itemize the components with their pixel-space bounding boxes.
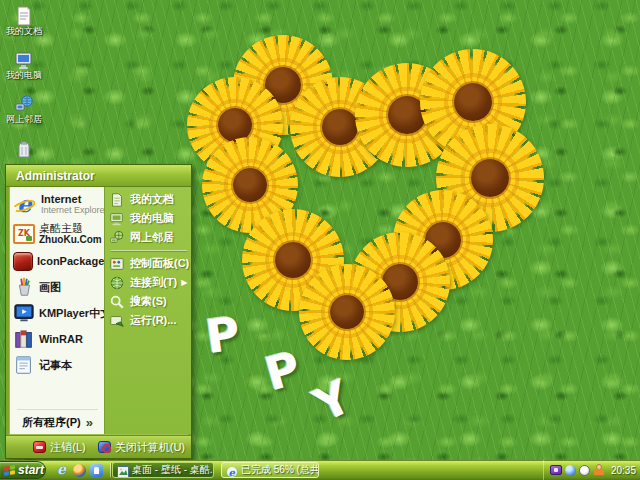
taskbar-task-download[interactable]: e 已完成 56% (总共 2... <box>221 462 319 478</box>
quick-launch-media-player-icon[interactable] <box>73 464 86 477</box>
tray-network-icon[interactable] <box>565 465 576 476</box>
system-tray: 20:35 <box>543 460 640 480</box>
sunflower-center <box>233 168 268 203</box>
logged-in-user: Administrator <box>16 169 95 183</box>
sunflower-center <box>471 159 510 198</box>
start-menu-item-iconpackager[interactable]: IconPackager <box>13 248 102 274</box>
start-menu-places-list: 我的文档 我的电脑 网上邻居 控制面板(C) <box>104 187 191 434</box>
sunflower-center <box>322 109 358 145</box>
desktop-icon-label: 我的电脑 <box>1 71 47 81</box>
run-icon <box>109 313 125 329</box>
start-menu-spacer <box>13 378 102 407</box>
item-label: 我的电脑 <box>130 211 174 226</box>
start-menu-item-run[interactable]: 运行(R)... <box>109 311 189 330</box>
all-programs-button[interactable]: 所有程序(P) » <box>13 412 102 432</box>
start-menu-item-internet[interactable]: e Internet Internet Explorer <box>13 190 102 219</box>
start-menu-item-winrar[interactable]: WinRAR <box>13 326 102 352</box>
start-menu-item-my-computer[interactable]: 我的电脑 <box>109 209 189 228</box>
sunflower-center <box>330 295 365 330</box>
task-ie-icon: e <box>226 464 238 476</box>
notepad-icon <box>13 354 35 376</box>
start-menu-pinned-list: e Internet Internet Explorer ZK 桌酷主题 Zhu… <box>10 187 104 434</box>
shutdown-label: 关闭计算机(U) <box>115 440 185 455</box>
item-label: 我的文档 <box>130 192 174 207</box>
sunflower-center <box>454 83 492 121</box>
all-programs-label: 所有程序(P) <box>22 415 81 430</box>
start-button[interactable]: start <box>0 461 46 479</box>
item-label: 网上邻居 <box>130 230 174 245</box>
start-menu-item-my-documents[interactable]: 我的文档 <box>109 190 189 209</box>
item-label: Internet <box>41 193 102 206</box>
desktop-icon-my-documents[interactable]: 我的文档 <box>1 6 47 37</box>
start-menu-item-search[interactable]: 搜索(S) <box>109 292 189 311</box>
item-sublabel: Internet Explorer <box>41 206 102 216</box>
network-places-icon <box>13 94 35 114</box>
shutdown-button[interactable]: 关闭计算机(U) <box>98 440 185 455</box>
desktop-icon-label: 网上邻居 <box>1 115 47 125</box>
my-documents-icon <box>109 192 125 208</box>
start-menu-item-notepad[interactable]: 记事本 <box>13 352 102 378</box>
task-label: 桌面 - 壁纸 - 桌酷... <box>132 463 214 477</box>
iconpackager-icon <box>13 252 33 271</box>
start-menu-separator <box>17 409 98 410</box>
submenu-arrow-icon: ▶ <box>181 278 187 287</box>
start-menu-footer: 注销(L) 关闭计算机(U) <box>6 435 191 458</box>
item-label: 记事本 <box>39 359 72 372</box>
all-programs-arrow-icon: » <box>86 415 93 430</box>
taskbar-task-wallpaper[interactable]: 桌面 - 壁纸 - 桌酷... <box>112 462 214 478</box>
item-label: 运行(R)... <box>130 313 176 328</box>
quick-launch-ie-icon[interactable]: e <box>55 463 69 477</box>
internet-explorer-icon: e <box>13 193 37 217</box>
winrar-icon <box>13 328 35 350</box>
start-menu-separator <box>111 250 187 251</box>
my-computer-icon <box>109 211 125 227</box>
start-button-label: start <box>18 463 44 477</box>
start-menu-item-connect-to[interactable]: 连接到(T) ▶ <box>109 273 189 292</box>
start-menu-item-zhuoku[interactable]: ZK 桌酷主题 ZhuoKu.Com <box>13 219 102 248</box>
network-places-icon <box>109 230 125 246</box>
desktop-icon-recycle-bin[interactable] <box>1 138 47 159</box>
shutdown-icon <box>98 441 111 453</box>
task-label: 已完成 56% (总共 2... <box>241 463 319 477</box>
svg-text:e: e <box>229 467 236 478</box>
item-label: WinRAR <box>39 333 83 346</box>
item-label: IconPackager <box>37 255 109 268</box>
start-menu-item-control-panel[interactable]: 控制面板(C) <box>109 254 189 273</box>
wallpaper-letter: P <box>203 310 243 360</box>
desktop-icon-label: 我的文档 <box>1 27 47 37</box>
control-panel-icon <box>109 256 125 272</box>
item-label: 搜索(S) <box>130 294 167 309</box>
logoff-button[interactable]: 注销(L) <box>33 440 85 455</box>
tray-volume-icon[interactable] <box>579 465 590 476</box>
quick-launch-messenger-icon[interactable] <box>90 464 103 477</box>
search-icon <box>109 294 125 310</box>
clock[interactable]: 20:35 <box>611 465 636 476</box>
item-sublabel: ZhuoKu.Com <box>39 234 102 245</box>
task-wallpaper-icon <box>117 464 129 476</box>
sunflower <box>299 264 395 360</box>
logoff-label: 注销(L) <box>50 440 85 455</box>
my-computer-icon <box>13 50 35 70</box>
tray-display-icon[interactable] <box>550 465 562 475</box>
my-documents-icon <box>13 6 35 26</box>
start-menu-header: Administrator <box>6 165 191 187</box>
start-menu-item-network-places[interactable]: 网上邻居 <box>109 228 189 247</box>
windows-flag-icon <box>4 465 15 476</box>
item-label: 画图 <box>39 281 61 294</box>
start-menu-item-kmplayer[interactable]: KMPlayer中文版 <box>13 300 102 326</box>
paint-icon <box>13 276 35 298</box>
tray-messenger-user-icon[interactable] <box>593 464 605 476</box>
kmplayer-icon <box>13 302 35 324</box>
item-label: 控制面板(C) <box>130 256 189 271</box>
desktop-icon-network-places[interactable]: 网上邻居 <box>1 94 47 125</box>
desktop-icon-my-computer[interactable]: 我的电脑 <box>1 50 47 81</box>
taskbar: start e » 桌面 - 壁纸 - 桌酷... e 已完成 56% (总共 … <box>0 460 640 480</box>
start-menu: Administrator e Internet Internet Explor… <box>5 164 192 459</box>
start-menu-spacer <box>109 330 189 432</box>
connect-to-icon <box>109 275 125 291</box>
zhuoku-theme-icon: ZK <box>13 224 35 244</box>
start-menu-item-paint[interactable]: 画图 <box>13 274 102 300</box>
recycle-bin-icon <box>13 138 35 158</box>
logoff-icon <box>33 441 46 453</box>
item-label: 桌酷主题 <box>39 222 102 235</box>
